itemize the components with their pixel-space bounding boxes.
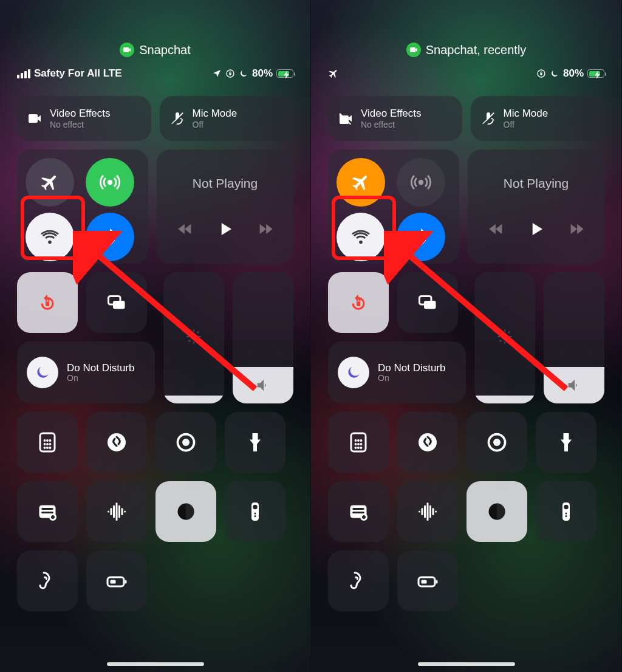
- dark-mode-toggle[interactable]: [156, 481, 216, 542]
- brightness-slider[interactable]: [163, 272, 224, 403]
- dnd-title: Do Not Disturb: [378, 362, 445, 374]
- quick-note-button[interactable]: [17, 481, 78, 542]
- camera-app-label: Snapchat: [139, 43, 191, 57]
- quick-note-button[interactable]: [328, 481, 389, 542]
- dnd-title: Do Not Disturb: [67, 362, 134, 374]
- sound-recognition-button[interactable]: [397, 481, 458, 542]
- apple-tv-remote-button[interactable]: [536, 481, 596, 542]
- bluetooth-toggle[interactable]: [397, 213, 445, 261]
- apple-tv-remote-button[interactable]: [225, 481, 285, 542]
- mic-mode-tile[interactable]: Mic ModeOff: [160, 96, 294, 141]
- volume-slider[interactable]: [544, 272, 604, 403]
- moon-icon: [239, 69, 248, 78]
- flashlight-button[interactable]: [225, 412, 285, 473]
- video-effects-sub: No effect: [361, 120, 422, 129]
- video-effects-tile[interactable]: Video EffectsNo effect: [328, 96, 462, 141]
- video-effects-icon: [27, 111, 43, 126]
- rewind-button[interactable]: [488, 221, 505, 240]
- control-center-after: Snapchat, recently 80% Video EffectsNo e…: [311, 0, 622, 672]
- focus-tile[interactable]: Do Not DisturbOn: [328, 341, 466, 403]
- battery-pct: 80%: [563, 67, 584, 80]
- mic-mode-sub: Off: [193, 120, 238, 129]
- mic-mode-sub: Off: [504, 120, 549, 129]
- volume-slider[interactable]: [233, 272, 293, 403]
- mic-mode-title: Mic Mode: [193, 108, 238, 120]
- hearing-button[interactable]: [328, 550, 389, 611]
- brightness-slider[interactable]: [474, 272, 535, 403]
- screen-mirroring-button[interactable]: [86, 272, 147, 333]
- shazam-button[interactable]: [397, 412, 458, 473]
- connectivity-tile[interactable]: [17, 149, 148, 264]
- location-icon: [212, 69, 222, 78]
- battery-pct: 80%: [252, 67, 273, 80]
- orientation-lock-icon: [225, 69, 235, 78]
- wifi-toggle[interactable]: [337, 213, 385, 261]
- calculator-button[interactable]: [17, 412, 78, 473]
- calculator-button[interactable]: [328, 412, 389, 473]
- airplay-icon[interactable]: [272, 157, 286, 171]
- signal-bars-icon: [17, 69, 30, 78]
- airplane-mode-toggle[interactable]: [26, 158, 74, 207]
- orientation-lock-icon: [536, 69, 546, 78]
- orientation-lock-toggle[interactable]: [328, 272, 389, 333]
- now-playing-tile[interactable]: Not Playing: [157, 149, 293, 264]
- play-button[interactable]: [216, 220, 234, 241]
- now-playing-label: Not Playing: [165, 176, 285, 191]
- camera-active-icon: [120, 43, 134, 57]
- sound-recognition-button[interactable]: [86, 481, 147, 542]
- focus-tile[interactable]: Do Not DisturbOn: [17, 341, 155, 403]
- dnd-icon: [27, 357, 58, 388]
- control-center-before: Snapchat Safety For All LTE 80% Video Ef…: [0, 0, 311, 672]
- screen-record-button[interactable]: [156, 412, 216, 473]
- cellular-data-toggle[interactable]: [397, 158, 445, 207]
- battery-icon: [587, 69, 604, 78]
- screen-mirroring-button[interactable]: [397, 272, 458, 333]
- hearing-button[interactable]: [17, 550, 78, 611]
- airplane-status-icon: [326, 66, 341, 81]
- brightness-icon: [185, 328, 202, 348]
- bluetooth-toggle[interactable]: [86, 213, 134, 261]
- status-bar: 80%: [328, 67, 604, 80]
- camera-indicator: Snapchat: [17, 43, 293, 57]
- dnd-sub: On: [67, 374, 134, 383]
- video-effects-tile[interactable]: Video EffectsNo effect: [17, 96, 151, 141]
- play-button[interactable]: [527, 220, 545, 241]
- status-bar: Safety For All LTE 80%: [17, 67, 293, 80]
- mic-mode-tile[interactable]: Mic ModeOff: [471, 96, 605, 141]
- camera-app-label: Snapchat, recently: [426, 43, 527, 57]
- volume-icon: [255, 377, 272, 394]
- camera-active-icon: [406, 43, 421, 57]
- shazam-button[interactable]: [86, 412, 147, 473]
- airplay-icon[interactable]: [583, 157, 597, 171]
- low-power-toggle[interactable]: [86, 550, 147, 611]
- rewind-button[interactable]: [177, 221, 194, 240]
- mic-mode-title: Mic Mode: [504, 108, 549, 120]
- dnd-icon: [338, 357, 369, 388]
- wifi-toggle[interactable]: [26, 213, 74, 261]
- video-effects-title: Video Effects: [50, 108, 111, 120]
- cellular-data-toggle[interactable]: [86, 158, 134, 207]
- video-effects-title: Video Effects: [361, 108, 422, 120]
- dnd-sub: On: [378, 374, 445, 383]
- moon-icon: [550, 69, 559, 78]
- video-effects-sub: No effect: [50, 120, 111, 129]
- brightness-icon: [496, 328, 513, 348]
- now-playing-tile[interactable]: Not Playing: [468, 149, 604, 264]
- mic-mode-icon: [480, 111, 496, 126]
- flashlight-button[interactable]: [536, 412, 596, 473]
- mic-mode-icon: [169, 111, 185, 126]
- orientation-lock-toggle[interactable]: [17, 272, 78, 333]
- volume-icon: [566, 377, 583, 394]
- dark-mode-toggle[interactable]: [466, 481, 527, 542]
- home-indicator[interactable]: [107, 662, 204, 666]
- home-indicator[interactable]: [418, 662, 515, 666]
- connectivity-tile[interactable]: [328, 149, 459, 264]
- airplane-mode-toggle[interactable]: [337, 158, 385, 207]
- low-power-toggle[interactable]: [397, 550, 458, 611]
- camera-indicator: Snapchat, recently: [328, 43, 604, 57]
- video-effects-off-icon: [338, 111, 354, 126]
- carrier-label: Safety For All LTE: [34, 67, 122, 80]
- screen-record-button[interactable]: [466, 412, 527, 473]
- now-playing-label: Not Playing: [476, 176, 596, 191]
- battery-icon: [276, 69, 293, 78]
